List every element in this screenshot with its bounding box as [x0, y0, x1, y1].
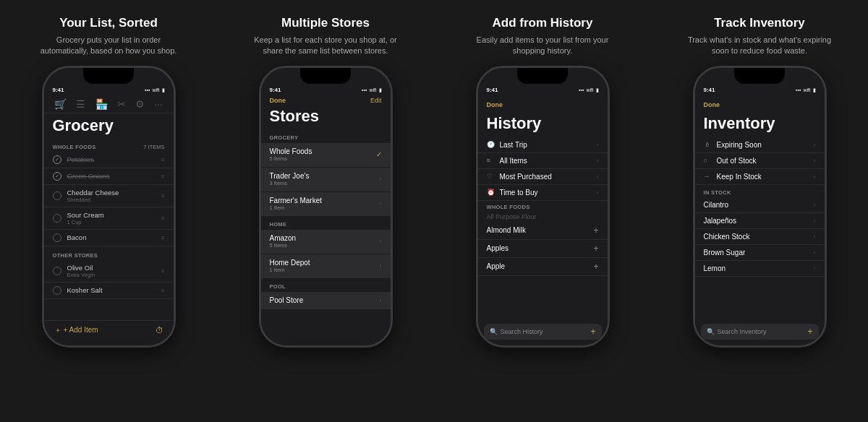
history-allitems-label: All Items [500, 157, 592, 165]
name-onions: Green Onions [67, 172, 156, 180]
add-apples[interactable]: + [593, 244, 598, 254]
history-nav-mostpurchased[interactable]: ♡ Most Purchased › [478, 169, 608, 185]
inventory-search-placeholder[interactable]: Search Inventory [718, 328, 805, 335]
name-expiring: Expiring Soon [717, 141, 809, 149]
store-name-label: WHOLE FOODS [53, 144, 96, 150]
add-apple[interactable]: + [593, 262, 598, 272]
history-item-apples[interactable]: Apples + [478, 240, 608, 258]
list-item-cheese[interactable]: Cheddar Cheese Shredded ≡ [44, 185, 174, 207]
tab-icon-list[interactable]: ☰ [76, 98, 85, 110]
store-count-label: 7 ITEMS [143, 144, 164, 150]
candle-icon: 🕯 [704, 141, 712, 148]
store-item-amazon[interactable]: Amazon 5 Items › [261, 230, 391, 254]
check-bacon[interactable] [53, 233, 61, 242]
store-item-poolstore[interactable]: Pool Store › [261, 292, 391, 309]
inventory-item-cilantro[interactable]: Cilantro › [695, 197, 825, 213]
list-item-sourcream[interactable]: Sour Cream 1 Cup ≡ [44, 207, 174, 230]
signal-icon-1: ▪▪▪ [145, 87, 150, 92]
drag-oliveoil: ≡ [161, 267, 164, 275]
panel-stores: Multiple Stores Keep a list for each sto… [217, 0, 434, 422]
inventory-item-lemon[interactable]: Lemon › [695, 261, 825, 277]
inventory-item-chickenstock[interactable]: Chicken Stock › [695, 229, 825, 245]
inventory-done-button[interactable]: Done [704, 101, 720, 108]
name-cilantro: Cilantro [704, 201, 809, 209]
check-cheese[interactable] [53, 191, 61, 200]
name-lemon: Lemon [704, 264, 809, 272]
chevron-outofstock: › [814, 158, 816, 164]
pool-section-label: POOL [261, 279, 391, 291]
list-item-kosher[interactable]: Kosher Salt ≡ [44, 283, 174, 299]
history-dim-item: All Purpose Flour [478, 212, 608, 222]
check-potatoes[interactable] [53, 155, 61, 164]
inventory-item-keepinstock[interactable]: → Keep In Stock › [695, 169, 825, 185]
history-nav-timetobuy[interactable]: ⏰ Time to Buy › [478, 185, 608, 201]
phone-notch-2 [300, 68, 351, 84]
tab-icon-check[interactable]: ✂ [117, 98, 126, 110]
store-item-homedepot[interactable]: Home Depot 1 Item › [261, 254, 391, 278]
inventory-item-jalapenos[interactable]: Jalapeños › [695, 213, 825, 229]
text-cheese: Cheddar Cheese Shredded [67, 189, 156, 203]
history-nav-allitems[interactable]: ≡ All Items › [478, 153, 608, 169]
name-jalapenos: Jalapeños [704, 217, 809, 225]
check-oliveoil[interactable] [53, 267, 61, 275]
list-item-bacon[interactable]: Bacon ≡ [44, 230, 174, 246]
history-search-bar: 🔍 Search History + [484, 324, 602, 340]
store-item-farmersmarket[interactable]: Farmer's Market 1 Item › [261, 192, 391, 216]
panel-grocery: Your List, Sorted Grocery puts your list… [0, 0, 217, 422]
store-chevron-traderjoes: › [380, 176, 382, 182]
store-count-traderjoes: 3 Items [270, 180, 380, 186]
tab-icon-gear[interactable]: ⚙ [135, 98, 145, 110]
empty-circle-icon: ○ [704, 157, 712, 164]
arrow-icon: → [704, 173, 712, 180]
history-mostpurchased-label: Most Purchased [500, 173, 592, 181]
stores-done-button[interactable]: Done [270, 97, 286, 104]
battery-icon-4: ▮ [813, 87, 816, 93]
stores-edit-button[interactable]: Edit [370, 97, 382, 104]
wifi-icon-1: wifi [152, 87, 159, 92]
history-icon[interactable]: ⏱ [156, 326, 163, 335]
panel-2-subtitle: Keep a list for each store you shop at, … [253, 35, 398, 57]
inventory-search-plus[interactable]: + [807, 327, 812, 337]
history-search-placeholder[interactable]: Search History [501, 328, 588, 335]
store-text-homedepot: Home Depot 1 Item [270, 259, 380, 273]
tab-icon-bag[interactable]: 🛒 [54, 98, 67, 110]
check-sourcream[interactable] [53, 214, 61, 223]
status-bar-2: 9:41 ▪▪▪ wifi ▮ [261, 84, 391, 95]
check-kosher[interactable] [53, 286, 61, 295]
name-chickenstock: Chicken Stock [704, 233, 809, 241]
inventory-item-expiring[interactable]: 🕯 Expiring Soon › [695, 137, 825, 153]
store-count-homedepot: 1 Item [270, 267, 380, 273]
store-name-farmersmarket: Farmer's Market [270, 197, 380, 204]
tab-icon-more[interactable]: ··· [154, 98, 163, 110]
status-icons-3: ▪▪▪ wifi ▮ [579, 87, 599, 93]
inventory-item-brownsugar[interactable]: Brown Sugar › [695, 245, 825, 261]
check-onions[interactable] [53, 172, 61, 181]
panel-3-subtitle: Easily add items to your list from your … [470, 35, 615, 57]
list-item-oliveoil[interactable]: Olive Oil Extra Virgin ≡ [44, 260, 174, 283]
signal-icon-3: ▪▪▪ [579, 87, 584, 92]
heart-icon: ♡ [487, 173, 495, 180]
home-section-label: HOME [261, 217, 391, 229]
add-item-button[interactable]: ＋ + Add Item [54, 325, 98, 335]
add-label: + Add Item [64, 326, 98, 334]
tab-icon-store[interactable]: 🏪 [95, 98, 108, 110]
history-done-button[interactable]: Done [487, 101, 503, 108]
list-item-potatoes[interactable]: Potatoes ≡ [44, 152, 174, 168]
name-cheese: Cheddar Cheese [67, 189, 156, 197]
store-item-wholefoods[interactable]: Whole Foods 5 Items ✓ [261, 143, 391, 167]
history-item-almondmilk[interactable]: Almond Milk + [478, 222, 608, 240]
name-bacon: Bacon [67, 233, 156, 241]
history-screen: 9:41 ▪▪▪ wifi ▮ Done History 🕐 Last Trip… [478, 68, 608, 345]
history-item-apple[interactable]: Apple + [478, 258, 608, 276]
add-almondmilk[interactable]: + [593, 225, 598, 236]
store-item-traderjoes[interactable]: Trader Joe's 3 Items › [261, 168, 391, 191]
history-nav-lasttrip[interactable]: 🕐 Last Trip › [478, 137, 608, 153]
phone-grocery: 9:41 ▪▪▪ wifi ▮ 🛒 ☰ 🏪 ✂ ⚙ ··· Grocery WH… [42, 66, 176, 348]
list-item-onions[interactable]: Green Onions ≡ [44, 168, 174, 185]
history-search-plus[interactable]: + [590, 327, 595, 337]
clock-icon: 🕐 [487, 141, 495, 148]
inventory-item-outofstock[interactable]: ○ Out of Stock › [695, 153, 825, 169]
name-potatoes: Potatoes [67, 155, 156, 163]
store-text-traderjoes: Trader Joe's 3 Items [270, 172, 380, 186]
panel-4-title: Track Inventory [714, 16, 805, 30]
